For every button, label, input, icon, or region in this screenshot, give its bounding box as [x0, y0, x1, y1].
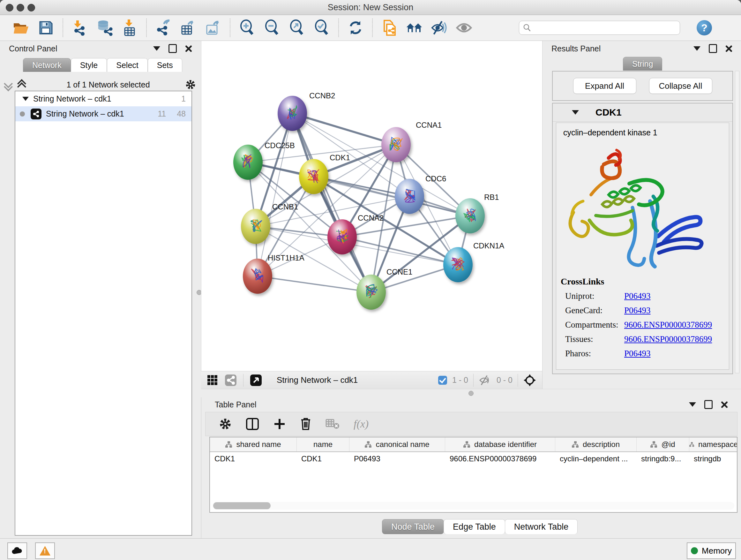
search-input[interactable] [531, 23, 676, 33]
table-options-gear-icon[interactable] [219, 418, 232, 430]
svg-text:CCNA1: CCNA1 [416, 121, 442, 129]
export-table-icon[interactable] [180, 19, 197, 36]
column-header-canonical-name[interactable]: canonical name [349, 437, 445, 451]
expand-all-networks-icon[interactable] [18, 80, 26, 89]
show-all-icon[interactable] [456, 19, 472, 36]
selected-indicator-checkbox[interactable] [438, 376, 447, 385]
control-panel-tabs: Network Style Select Sets [23, 58, 182, 72]
protein-structure-image [561, 140, 720, 274]
panel-float-icon[interactable] [689, 402, 696, 407]
import-network-file-icon[interactable] [71, 19, 88, 36]
delete-column-icon[interactable] [300, 417, 312, 431]
network-options-gear-icon[interactable] [185, 79, 196, 90]
toolbar-separator [372, 18, 373, 37]
collection-name: String Network – cdk1 [33, 94, 111, 104]
tab-node-table[interactable]: Node Table [382, 519, 444, 534]
import-table-file-icon[interactable] [121, 19, 138, 36]
memory-button[interactable]: Memory [687, 543, 736, 559]
current-network-name: String Network – cdk1 [277, 375, 358, 385]
zoom-out-icon[interactable] [264, 19, 280, 36]
zoom-selected-icon[interactable] [313, 19, 330, 36]
collection-expand-icon[interactable] [22, 97, 29, 101]
column-header-shared-name[interactable]: shared name [210, 437, 297, 451]
crosslink-row: Pharos:P06493 [565, 349, 729, 359]
export-image-icon[interactable] [205, 19, 221, 36]
first-neighbors-icon[interactable] [406, 19, 422, 36]
column-header-database-identifier[interactable]: database identifier [445, 437, 555, 451]
network-row[interactable]: String Network – cdk1 1148 [15, 106, 192, 121]
open-in-window-icon[interactable] [250, 374, 262, 386]
grid-view-icon[interactable] [207, 374, 218, 386]
toolbar-separator [146, 18, 147, 37]
crosslink-value-link[interactable]: P06493 [624, 306, 651, 315]
footer-separator [473, 374, 474, 387]
column-header-name[interactable]: name [297, 437, 349, 451]
tab-network[interactable]: Network [23, 58, 71, 72]
collapse-all-button[interactable]: Collapse All [649, 78, 712, 94]
zoom-in-icon[interactable] [239, 19, 255, 36]
crosslink-value-link[interactable]: P06493 [624, 291, 651, 301]
control-panel: Control Panel Network Style Select Sets … [0, 41, 201, 538]
panel-close-icon[interactable] [185, 45, 192, 52]
tab-edge-table[interactable]: Edge Table [444, 519, 505, 534]
panel-float-icon[interactable] [153, 46, 160, 51]
tab-select[interactable]: Select [107, 58, 147, 72]
expand-all-button[interactable]: Expand All [573, 78, 636, 94]
cloud-status-button[interactable] [7, 543, 27, 559]
collapse-all-networks-icon[interactable] [4, 80, 13, 89]
panel-close-icon[interactable] [725, 45, 732, 52]
tab-network-table[interactable]: Network Table [505, 519, 578, 534]
export-network-icon[interactable] [155, 19, 172, 36]
crosslink-label: Compartments: [565, 320, 624, 330]
help-icon[interactable]: ? [697, 20, 712, 36]
zoom-fit-icon[interactable] [288, 19, 305, 36]
toolbar-separator [63, 18, 63, 37]
column-header-namespace[interactable]: namespace [689, 437, 738, 451]
refresh-view-icon[interactable] [347, 19, 364, 36]
panel-close-icon[interactable] [721, 401, 728, 408]
show-columns-icon[interactable] [246, 418, 259, 430]
warnings-button[interactable] [35, 543, 55, 559]
svg-text:CDC25B: CDC25B [265, 141, 295, 150]
network-node-count: 11 [158, 109, 166, 118]
panel-maximize-icon[interactable] [709, 44, 717, 53]
network-canvas[interactable]: CCNB2CCNA1CDC25BCDK1CDC6RB1CCNB1CCNA2CDK… [201, 41, 542, 371]
table-panel-title: Table Panel [215, 400, 257, 409]
network-edge-count: 48 [177, 109, 186, 118]
save-session-icon[interactable] [38, 19, 54, 36]
svg-text:CDKN1A: CDKN1A [473, 241, 504, 250]
footer-separator [243, 374, 244, 387]
birds-eye-view-icon[interactable] [523, 374, 536, 387]
tab-string[interactable]: String [623, 57, 662, 71]
crosslink-value-link[interactable]: 9606.ENSP00000378699 [624, 334, 712, 344]
duplicate-network-icon[interactable] [381, 19, 398, 36]
gene-collapse-icon[interactable] [572, 110, 579, 115]
open-session-icon[interactable] [13, 19, 29, 36]
application-window: Session: New Session [0, 0, 741, 560]
main-toolbar: ? [0, 15, 741, 41]
panel-maximize-icon[interactable] [169, 44, 177, 53]
crosslink-value-link[interactable]: 9606.ENSP00000378699 [624, 320, 712, 330]
results-scrollbar[interactable] [735, 71, 739, 373]
import-network-database-icon[interactable] [96, 19, 113, 36]
network-view: CCNB2CCNA1CDC25BCDK1CDC6RB1CCNB1CCNA2CDK… [201, 41, 542, 371]
table-splitter[interactable] [201, 389, 741, 397]
table-horizontal-scrollbar[interactable] [212, 502, 734, 509]
crosslink-value-link[interactable]: P06493 [624, 349, 651, 359]
column-header-description[interactable]: description [555, 437, 636, 451]
tab-sets[interactable]: Sets [148, 58, 182, 72]
hide-selected-icon[interactable] [431, 19, 448, 36]
cloud-icon [12, 547, 23, 555]
network-collection-row[interactable]: String Network – cdk1 1 [15, 91, 192, 106]
panel-float-icon[interactable] [693, 46, 700, 51]
table-body: CDK1CDK1P064939606.ENSP00000378699cyclin… [210, 452, 737, 465]
gene-symbol: CDK1 [596, 107, 622, 118]
table-tabs: Node Table Edge Table Network Table [382, 519, 578, 534]
add-column-icon[interactable] [273, 418, 286, 430]
control-panel-title: Control Panel [9, 44, 57, 53]
panel-maximize-icon[interactable] [704, 400, 713, 409]
svg-text:CCNB1: CCNB1 [272, 202, 298, 211]
tab-style[interactable]: Style [71, 58, 107, 72]
column-header--id[interactable]: @id [636, 437, 689, 451]
table-row[interactable]: CDK1CDK1P064939606.ENSP00000378699cyclin… [210, 452, 737, 465]
